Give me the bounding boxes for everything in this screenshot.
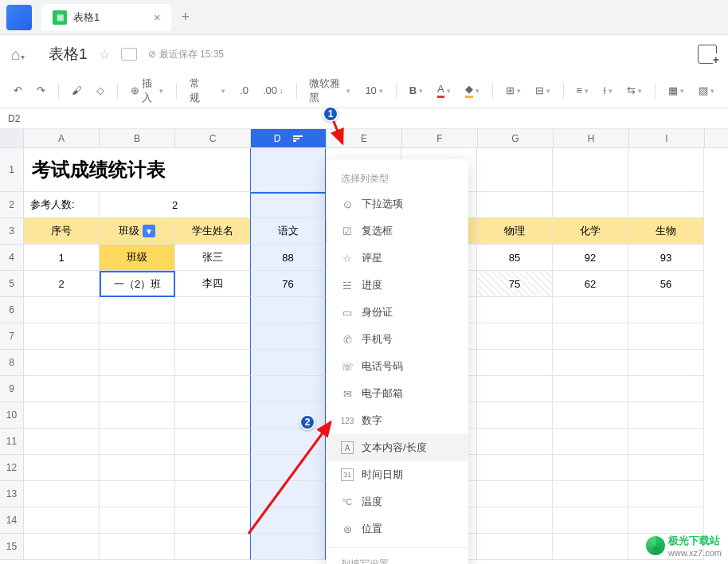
font-size-dropdown[interactable]: 10 ▾: [361, 81, 386, 100]
cell[interactable]: [250, 429, 326, 455]
cell[interactable]: [250, 507, 326, 534]
popup-item-rating[interactable]: ☆评星: [327, 245, 468, 272]
cell[interactable]: [553, 429, 628, 455]
cell[interactable]: [250, 376, 326, 402]
cell[interactable]: [250, 350, 326, 376]
cell[interactable]: [250, 481, 326, 507]
cell[interactable]: [100, 297, 175, 323]
header-cell[interactable]: 生物: [628, 218, 704, 245]
row-header[interactable]: 6: [0, 297, 24, 323]
row-header[interactable]: 8: [0, 350, 24, 376]
title-cell[interactable]: 考试成绩统计表: [24, 148, 251, 192]
cell[interactable]: [100, 507, 175, 534]
cell[interactable]: 75: [477, 271, 553, 297]
popup-item-location[interactable]: ⊚位置: [327, 515, 468, 542]
row-header[interactable]: 9: [0, 376, 24, 402]
wrap-button[interactable]: ⇆ ▾: [623, 81, 646, 100]
cell[interactable]: [24, 323, 100, 350]
cell[interactable]: [175, 297, 251, 323]
row-header[interactable]: 4: [0, 245, 24, 271]
col-header-b[interactable]: B: [100, 129, 175, 147]
halign-button[interactable]: ≡ ▾: [573, 81, 593, 100]
cell[interactable]: [553, 534, 628, 560]
number-format-dropdown[interactable]: 常规 ▾: [186, 73, 229, 108]
cell[interactable]: [24, 297, 100, 323]
font-color-button[interactable]: A ▾: [433, 80, 455, 101]
cell[interactable]: 88: [250, 245, 326, 271]
name-box[interactable]: D2: [0, 108, 728, 129]
clear-format-button[interactable]: ◇: [92, 81, 108, 100]
row-header[interactable]: 2: [0, 192, 24, 218]
cell[interactable]: [175, 534, 251, 560]
header-cell[interactable]: 语文: [250, 218, 326, 245]
popup-item-temperature[interactable]: °C温度: [327, 488, 468, 515]
cell[interactable]: [628, 148, 704, 192]
cell[interactable]: 76: [250, 271, 326, 297]
col-header-e[interactable]: E: [327, 129, 402, 147]
row-header[interactable]: 13: [0, 481, 24, 507]
col-header-d[interactable]: D: [251, 129, 327, 147]
cell[interactable]: [628, 297, 704, 323]
popup-item-progress[interactable]: ☱进度: [327, 272, 468, 299]
cell[interactable]: [628, 192, 704, 218]
popup-item-checkbox[interactable]: ☑复选框: [327, 217, 468, 245]
cell[interactable]: [24, 429, 100, 455]
bold-button[interactable]: B ▾: [405, 81, 427, 100]
cell[interactable]: [553, 455, 628, 481]
tab-document[interactable]: ▦ 表格1 ×: [41, 4, 171, 31]
cell[interactable]: [628, 376, 704, 402]
cell[interactable]: [24, 376, 100, 402]
cell[interactable]: [477, 323, 553, 350]
popup-item-dropdown[interactable]: ⊙下拉选项: [327, 190, 468, 217]
header-cell[interactable]: 物理: [477, 218, 553, 245]
cell[interactable]: [250, 402, 326, 429]
popup-item-text[interactable]: A文本内容/长度: [327, 434, 468, 461]
active-cell[interactable]: [250, 192, 326, 218]
row-header[interactable]: 12: [0, 455, 24, 481]
insert-dropdown[interactable]: ⊕ 插入 ▾: [127, 73, 168, 108]
cell[interactable]: [477, 402, 553, 429]
cell[interactable]: 2: [24, 271, 100, 297]
cell[interactable]: [100, 481, 175, 507]
cell[interactable]: [553, 148, 628, 192]
row-header[interactable]: 11: [0, 429, 24, 455]
border-button[interactable]: ⊞ ▾: [502, 81, 525, 100]
cell[interactable]: [24, 402, 100, 429]
cell[interactable]: 2: [100, 192, 251, 218]
cell[interactable]: [100, 376, 175, 402]
format-brush-button[interactable]: 🖌: [68, 81, 86, 100]
row-header[interactable]: 15: [0, 534, 24, 560]
cell[interactable]: [553, 376, 628, 402]
cell[interactable]: [250, 148, 326, 192]
cell[interactable]: [175, 323, 251, 350]
row-header[interactable]: 7: [0, 323, 24, 350]
cell[interactable]: [24, 350, 100, 376]
col-header-i[interactable]: I: [629, 129, 705, 147]
cell[interactable]: [250, 455, 326, 481]
cell[interactable]: [100, 402, 175, 429]
cell[interactable]: 56: [628, 271, 704, 297]
cell[interactable]: [477, 534, 553, 560]
document-title[interactable]: 表格1: [49, 44, 88, 65]
font-family-dropdown[interactable]: 微软雅黑 ▾: [305, 73, 354, 108]
cell[interactable]: [477, 507, 553, 534]
col-header-c[interactable]: C: [175, 129, 251, 147]
cell[interactable]: [100, 350, 175, 376]
undo-button[interactable]: ↶: [10, 81, 26, 100]
header-cell[interactable]: 学生姓名: [175, 218, 251, 245]
home-icon[interactable]: ⌂▾: [11, 45, 25, 64]
cell[interactable]: [628, 429, 704, 455]
col-header-h[interactable]: H: [554, 129, 629, 147]
cell[interactable]: [250, 323, 326, 350]
cell[interactable]: [100, 455, 175, 481]
cell[interactable]: [100, 534, 175, 560]
close-icon[interactable]: ×: [154, 11, 160, 24]
cell[interactable]: [24, 455, 100, 481]
cell[interactable]: [477, 429, 553, 455]
cell[interactable]: [250, 297, 326, 323]
cell[interactable]: [477, 297, 553, 323]
row-header[interactable]: 10: [0, 402, 24, 429]
cell[interactable]: 62: [553, 271, 628, 297]
cell[interactable]: [24, 481, 100, 507]
col-header-a[interactable]: A: [24, 129, 100, 147]
